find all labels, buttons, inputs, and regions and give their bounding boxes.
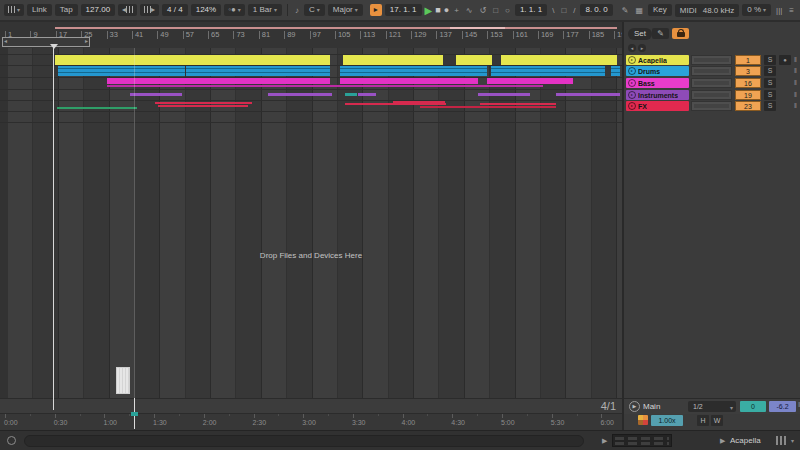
track-header-bass[interactable]: ▸Bass16S‖ xyxy=(624,78,800,88)
hamburger-menu-icon[interactable]: ≡ xyxy=(787,4,796,17)
scroll-right-button[interactable]: ▸ xyxy=(638,44,646,52)
pencil-button[interactable]: ✎ xyxy=(652,28,669,39)
main-track-header[interactable]: ▶ Main 1/2▾ 0 -6.2 ‖ xyxy=(624,398,800,414)
punch-out-button[interactable]: / xyxy=(571,4,577,17)
track-header-acapella[interactable]: ▸Acapella1S●‖ xyxy=(624,55,800,65)
width-zoom-button[interactable]: W xyxy=(711,415,723,426)
time-ruler[interactable]: 0:000:301:001:302:002:303:003:304:004:30… xyxy=(0,413,622,430)
bar-ruler[interactable]: 1917253341495765738189971051131211291371… xyxy=(0,22,622,49)
arrangement-clip[interactable] xyxy=(420,106,556,108)
punch-in-button[interactable]: \ xyxy=(550,4,556,17)
arrangement-position-display[interactable]: 17. 1. 1 xyxy=(385,4,422,16)
stop-button[interactable]: ■ xyxy=(435,5,440,15)
metronome-button[interactable]: ◦●▾ xyxy=(224,4,245,16)
arrangement-clip[interactable] xyxy=(268,93,332,96)
unfold-track-icon[interactable]: ▸ xyxy=(628,91,636,99)
time-signature-display[interactable]: 4 / 4 xyxy=(162,4,188,16)
arrangement-clip[interactable] xyxy=(501,55,617,65)
arrangement-clip[interactable] xyxy=(340,78,478,84)
arrangement-clip[interactable] xyxy=(491,66,605,76)
groove-amount-display[interactable]: 124% xyxy=(191,4,221,16)
track-name-area[interactable]: ▸FX xyxy=(626,101,689,111)
arrangement-clip[interactable] xyxy=(58,66,185,76)
quantize-menu[interactable]: 1 Bar▾ xyxy=(248,4,282,16)
clip-play-icon[interactable]: ▶ xyxy=(720,437,725,445)
play-button[interactable]: ▶ xyxy=(425,5,433,16)
lock-button[interactable] xyxy=(672,28,689,39)
set-button[interactable]: Set xyxy=(628,28,652,40)
arrangement-clip[interactable] xyxy=(393,101,445,104)
arm-button[interactable]: ● xyxy=(779,55,791,65)
arrangement-clip[interactable] xyxy=(456,55,492,65)
record-button[interactable]: ● xyxy=(444,5,449,15)
track-name-area[interactable]: ▸Acapella xyxy=(626,55,689,65)
arrangement-clip[interactable] xyxy=(480,103,556,105)
view-options-button[interactable]: ▾ xyxy=(4,4,24,16)
solo-button[interactable]: S xyxy=(764,55,776,65)
level-meter-icon[interactable] xyxy=(776,436,788,445)
arrangement-clip[interactable] xyxy=(107,78,330,84)
selected-clip-block[interactable] xyxy=(116,367,130,394)
main-play-icon[interactable]: ▶ xyxy=(629,401,640,412)
freeze-handle[interactable]: ‖ xyxy=(794,101,797,111)
loop-length-display[interactable]: 8. 0. 0 xyxy=(580,4,612,16)
solo-button[interactable]: S xyxy=(764,66,776,76)
nudge-up-button[interactable]: ▸ xyxy=(140,4,159,16)
track-header-drums[interactable]: ▸Drums3S‖ xyxy=(624,66,800,76)
key-scale-select[interactable]: Major▾ xyxy=(328,4,363,16)
clip-grid-icon[interactable] xyxy=(638,415,648,425)
freeze-handle[interactable]: ‖ xyxy=(794,55,797,65)
track-header-instruments[interactable]: ▸Instruments19S‖ xyxy=(624,90,800,100)
track-mapping-number[interactable]: 23 xyxy=(735,101,761,111)
height-zoom-button[interactable]: H xyxy=(697,415,709,426)
unfold-track-icon[interactable]: ▸ xyxy=(628,79,636,87)
scroll-left-button[interactable]: ◂ xyxy=(628,44,636,52)
arrangement-clip[interactable] xyxy=(186,66,330,76)
key-root-select[interactable]: C▾ xyxy=(304,4,325,16)
minimap-play-icon[interactable]: ▶ xyxy=(602,437,607,445)
track-name-area[interactable]: ▸Instruments xyxy=(626,90,689,100)
arrangement-clip[interactable] xyxy=(57,107,137,109)
unfold-track-icon[interactable]: ▸ xyxy=(628,56,636,64)
freeze-handle[interactable]: ‖ xyxy=(794,66,797,76)
main-pan-display[interactable]: 0 xyxy=(740,401,766,412)
overdub-button[interactable]: + xyxy=(452,4,461,17)
main-track-lane[interactable]: 4/1 xyxy=(0,398,622,413)
arrangement-clip[interactable] xyxy=(343,55,443,65)
capture-midi-button[interactable]: □ xyxy=(491,4,500,17)
reenable-automation-button[interactable]: ↺ xyxy=(478,4,489,17)
unfold-track-icon[interactable]: ▸ xyxy=(628,102,636,110)
midi-io-indicator[interactable]: MIDI 48.0 kHz xyxy=(675,4,739,17)
chevron-down-icon[interactable]: ▾ xyxy=(791,437,794,444)
main-volume-display[interactable]: -6.2 xyxy=(769,401,796,412)
draw-mode-button[interactable]: ✎ xyxy=(620,4,631,17)
zoom-level-display[interactable]: 1.00x xyxy=(651,415,683,426)
cpu-load-menu[interactable]: 0 %▾ xyxy=(742,4,771,16)
link-button[interactable]: Link xyxy=(27,4,52,16)
arrangement-clip[interactable] xyxy=(358,93,376,96)
freeze-handle[interactable]: ‖ xyxy=(794,90,797,100)
tap-tempo-button[interactable]: Tap xyxy=(55,4,78,16)
arrangement-clip[interactable] xyxy=(478,93,530,96)
loop-toggle-button[interactable]: ○ xyxy=(503,4,512,17)
arrangement-clip[interactable] xyxy=(611,66,620,76)
track-name-area[interactable]: ▸Drums xyxy=(626,66,689,76)
arrangement-clip[interactable] xyxy=(340,66,487,76)
arrangement-clip[interactable] xyxy=(487,78,573,84)
zoom-scroll-hotspot[interactable] xyxy=(2,37,90,47)
nudge-down-button[interactable]: ◂ xyxy=(118,4,137,16)
loop-start-display[interactable]: 1. 1. 1 xyxy=(515,4,547,16)
arrangement-area[interactable]: Drop Files and Devices Here xyxy=(0,48,622,398)
arrangement-clip[interactable] xyxy=(107,85,543,87)
arrangement-clip[interactable] xyxy=(155,102,252,104)
track-name-area[interactable]: ▸Bass xyxy=(626,78,689,88)
automation-arm-button[interactable]: ∿ xyxy=(464,4,475,17)
track-mapping-number[interactable]: 16 xyxy=(735,78,761,88)
solo-button[interactable]: S xyxy=(764,78,776,88)
arrangement-clip[interactable] xyxy=(158,105,248,107)
loop-region-button[interactable]: □ xyxy=(559,4,568,17)
computer-keyboard-button[interactable]: ▦ xyxy=(633,4,645,17)
clip-overview-minimap[interactable] xyxy=(612,434,672,447)
track-header-fx[interactable]: ▸FX23S‖ xyxy=(624,101,800,111)
grid-value-select[interactable]: 1/2▾ xyxy=(688,401,736,412)
